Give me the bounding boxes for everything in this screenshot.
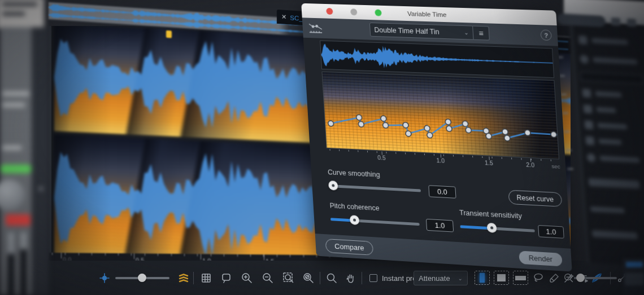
overview-zoom-slider[interactable] xyxy=(115,271,169,285)
screenshot-root: ✕ SC_LSE_115_berimbau_riff_feel_Cmin.wav… xyxy=(0,0,644,295)
left-light-panel xyxy=(0,0,44,28)
chevron-down-icon: ⌄ xyxy=(464,29,469,36)
curve-control-point[interactable] xyxy=(381,116,386,121)
bottom-right-panel xyxy=(623,258,644,295)
question-mark: ? xyxy=(544,32,549,38)
search-magnifier-icon[interactable] xyxy=(324,271,339,285)
zoom-in-icon[interactable] xyxy=(240,271,254,285)
curve-control-point[interactable] xyxy=(524,130,530,136)
curve-control-point[interactable] xyxy=(504,135,510,142)
compare-button[interactable]: Compare xyxy=(325,239,374,256)
time-frequency-selection-tool[interactable] xyxy=(494,271,509,285)
time-selection-tool[interactable] xyxy=(475,271,490,285)
lasso-tool-icon[interactable] xyxy=(531,271,546,285)
help-button[interactable]: ? xyxy=(540,29,552,41)
titlebar-icon[interactable] xyxy=(627,19,636,27)
spreadsheet-icon[interactable] xyxy=(199,271,214,285)
module-search-input[interactable] xyxy=(580,72,643,84)
axis-tick-label: 1.0 xyxy=(436,157,445,164)
render-button[interactable]: Render xyxy=(519,250,562,266)
curve-control-point[interactable] xyxy=(358,121,364,127)
curve-control-point[interactable] xyxy=(502,129,508,135)
curve-control-point[interactable] xyxy=(445,119,451,125)
curve-control-point[interactable] xyxy=(465,127,472,133)
curve-control-point[interactable] xyxy=(462,121,468,126)
variable-time-curve-icon xyxy=(308,21,324,37)
transient-sensitivity-slider[interactable] xyxy=(460,221,535,236)
horizontal-zoom-slider[interactable] xyxy=(574,271,617,285)
tab-close-icon[interactable]: ✕ xyxy=(281,14,286,20)
transient-sensitivity-label: Transient sensitivity xyxy=(459,209,523,220)
preset-value: Double Time Half Tin xyxy=(374,26,440,36)
meter-tick xyxy=(560,94,567,95)
frequency-selection-tool[interactable] xyxy=(513,271,528,285)
time-stretch-curve[interactable] xyxy=(322,72,559,160)
pitch-coherence-label: Pitch coherence xyxy=(329,202,380,213)
dialog-spectrogram[interactable] xyxy=(321,72,559,160)
curve-smoothing-label: Curve smoothing xyxy=(328,168,380,179)
variable-time-dialog: Variable Time Double Time Half Tin ⌄ ≡ ? xyxy=(301,3,572,272)
axis-tick-label: 2.0 xyxy=(526,161,535,169)
pitch-coherence-slider[interactable] xyxy=(330,214,420,229)
pitch-coherence-value[interactable]: 1.0 xyxy=(426,219,454,232)
composite-view-icon[interactable] xyxy=(176,271,191,285)
axis-tick-label: 1.5 xyxy=(485,159,494,166)
curve-control-point[interactable] xyxy=(446,126,452,131)
process-mode-dropdown[interactable]: Attenuate ⌄ xyxy=(414,271,468,285)
curve-smoothing-slider[interactable] xyxy=(328,180,421,195)
curve-control-point[interactable] xyxy=(427,132,433,138)
instant-process-checkbox[interactable] xyxy=(369,274,377,282)
meter-tick xyxy=(567,168,573,170)
chevron-down-icon: ⌄ xyxy=(458,275,463,281)
panel-dot xyxy=(40,187,42,190)
curve-control-point[interactable] xyxy=(356,115,362,120)
meter-tick xyxy=(562,112,568,114)
playhead-marker[interactable] xyxy=(166,30,172,38)
repair-assistant-button[interactable] xyxy=(557,13,606,27)
curve-control-point[interactable] xyxy=(328,121,333,126)
app-accent-icon[interactable] xyxy=(97,271,112,285)
zoom-reset-icon[interactable] xyxy=(301,271,316,285)
preset-dropdown[interactable]: Double Time Half Tin ⌄ xyxy=(369,23,474,40)
hand-tool-icon[interactable] xyxy=(343,271,358,285)
curve-control-point[interactable] xyxy=(382,122,388,128)
titlebar-icon[interactable] xyxy=(611,17,620,26)
status-green-badge xyxy=(0,165,32,173)
brush-tool-icon[interactable] xyxy=(547,271,562,285)
curve-control-point[interactable] xyxy=(403,122,409,128)
reset-curve-button[interactable]: Reset curve xyxy=(508,190,562,207)
zoom-out-icon[interactable] xyxy=(260,271,275,285)
curve-control-point[interactable] xyxy=(406,131,412,137)
level-meter-left xyxy=(8,232,14,295)
right-module-panel xyxy=(568,19,644,267)
curve-control-point[interactable] xyxy=(424,125,430,131)
meter-tick xyxy=(564,131,570,133)
axis-tick-label: 0.5 xyxy=(377,154,386,161)
record-red-button[interactable] xyxy=(6,214,31,226)
axis-unit-label: sec xyxy=(551,163,560,170)
tag-tool-icon[interactable] xyxy=(219,271,234,285)
curve-control-point[interactable] xyxy=(486,133,492,139)
hamburger-icon: ≡ xyxy=(478,28,484,37)
curve-smoothing-value[interactable]: 0.0 xyxy=(428,185,456,199)
main-window-titlebar-right xyxy=(564,0,644,26)
transient-sensitivity-value[interactable]: 1.0 xyxy=(538,225,564,239)
preset-menu-button[interactable]: ≡ xyxy=(473,26,490,41)
left-meters-panel xyxy=(0,0,49,295)
zoom-selection-icon[interactable] xyxy=(281,271,296,285)
process-mode-value: Attenuate xyxy=(419,274,450,283)
curve-control-point[interactable] xyxy=(551,131,557,138)
meter-tick xyxy=(565,149,572,151)
level-meter-right xyxy=(20,232,27,295)
